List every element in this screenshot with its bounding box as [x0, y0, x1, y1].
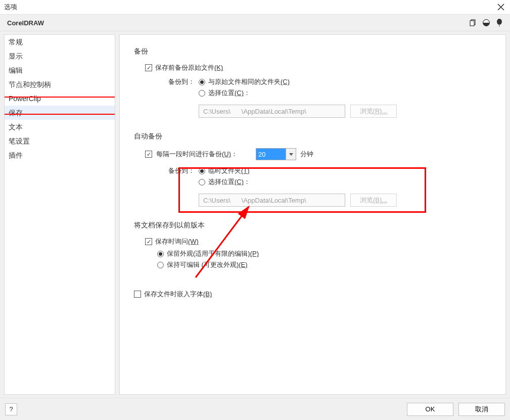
sidebar-item-general[interactable]: 常规 [5, 35, 115, 49]
window-title: 选项 [4, 3, 17, 12]
checkbox-icon [145, 64, 152, 71]
ok-button[interactable]: OK [407, 403, 453, 416]
autobackup-minutes-spinner[interactable] [256, 148, 296, 160]
version-radio-keep-editable[interactable]: 保持可编辑 (可更改外观)(E) [157, 260, 491, 269]
backup-path-input [199, 105, 345, 118]
version-ask-label: 保存时询问(W) [155, 237, 199, 246]
toolbar-balloon-icon[interactable] [494, 17, 505, 28]
radio-icon [157, 251, 164, 257]
app-name: CorelDRAW [7, 19, 44, 27]
radio-icon [199, 79, 205, 85]
version-ask-checkbox[interactable]: 保存时询问(W) [145, 237, 491, 246]
sidebar-item-edit[interactable]: 编辑 [5, 63, 115, 77]
autobackup-every-label: 每隔一段时间进行备份(U)： [156, 150, 238, 159]
section-backup-title: 备份 [134, 47, 491, 56]
help-button[interactable]: ? [5, 403, 17, 415]
version-keep-editable-label: 保持可编辑 (可更改外观)(E) [167, 260, 248, 269]
sidebar-item-plugins[interactable]: 插件 [5, 148, 115, 162]
backup-browse-button: 浏览(R)... [350, 105, 397, 118]
sidebar-item-save[interactable]: 保存 [5, 106, 115, 120]
backup-make-backup-checkbox[interactable]: 保存前备份原始文件(K) [145, 63, 491, 72]
embed-fonts-label: 保存文件时嵌入字体(B) [144, 290, 212, 299]
radio-icon [199, 168, 205, 174]
checkbox-icon [145, 238, 152, 245]
toolbar-docs-icon[interactable] [468, 17, 479, 28]
autobackup-minutes-label: 分钟 [300, 150, 313, 159]
checkbox-icon [134, 291, 141, 298]
radio-icon [199, 179, 205, 185]
backup-radio-same-folder[interactable]: 与原始文件相同的文件夹(C) [199, 77, 290, 86]
autobackup-radio-temp-folder[interactable]: 临时文件夹(T) [199, 166, 250, 175]
svg-rect-1 [470, 21, 474, 26]
backup-radio-choose-location[interactable]: 选择位置(C)： [199, 88, 290, 98]
sidebar-item-pen[interactable]: 笔设置 [5, 134, 115, 148]
sidebar-item-display[interactable]: 显示 [5, 49, 115, 63]
autobackup-to-label: 备份到： [157, 166, 199, 175]
radio-icon [199, 90, 205, 97]
version-radio-keep-appearance[interactable]: 保留外观(适用于有限的编辑)(P) [157, 249, 491, 258]
autobackup-choose-loc-label: 选择位置(C)： [208, 177, 250, 186]
radio-icon [157, 262, 164, 268]
sidebar-item-text[interactable]: 文本 [5, 120, 115, 134]
autobackup-every-checkbox[interactable]: 每隔一段时间进行备份(U)： 分钟 [145, 148, 491, 160]
autobackup-radio-choose-location[interactable]: 选择位置(C)： [199, 177, 250, 186]
autobackup-temp-folder-label: 临时文件夹(T) [208, 166, 250, 175]
version-keep-appearance-label: 保留外观(适用于有限的编辑)(P) [167, 249, 259, 258]
autobackup-minutes-input[interactable] [256, 149, 286, 160]
sidebar-item-powerclip[interactable]: PowerClip [5, 91, 115, 106]
svg-point-4 [497, 19, 502, 25]
toolbar-globe-icon[interactable] [481, 17, 492, 28]
chevron-down-icon [289, 153, 293, 156]
backup-same-folder-label: 与原始文件相同的文件夹(C) [208, 77, 290, 86]
autobackup-browse-button: 浏览(B)... [350, 194, 397, 207]
autobackup-path-input [199, 194, 345, 207]
sidebar-item-nodes[interactable]: 节点和控制柄 [5, 77, 115, 91]
sidebar: 常规 显示 编辑 节点和控制柄 PowerClip 保存 文本 笔设置 插件 [4, 34, 115, 395]
checkbox-icon [145, 151, 152, 158]
cancel-button[interactable]: 取消 [458, 403, 505, 416]
close-icon [497, 4, 504, 11]
backup-choose-loc-label: 选择位置(C)： [208, 88, 250, 98]
section-autobackup-title: 自动备份 [134, 132, 491, 141]
spinner-down-button[interactable] [286, 149, 296, 160]
backup-make-backup-label: 保存前备份原始文件(K) [155, 63, 223, 72]
close-button[interactable] [495, 1, 507, 13]
backup-to-label: 备份到： [157, 77, 199, 86]
content-pane: 备份 保存前备份原始文件(K) 备份到： 与原始文件相同的文件夹(C) 选择位置… [119, 34, 506, 395]
embed-fonts-checkbox[interactable]: 保存文件时嵌入字体(B) [134, 290, 491, 299]
section-version-title: 将文档保存到以前版本 [134, 221, 491, 230]
